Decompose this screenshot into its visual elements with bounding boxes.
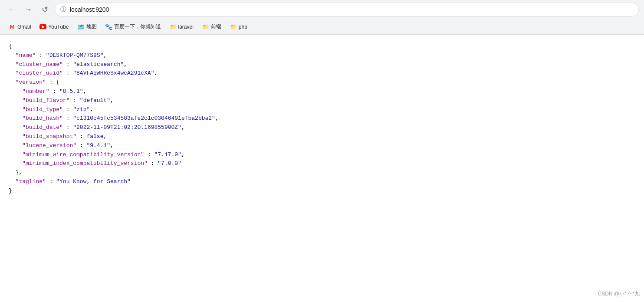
json-name: "name" : "DESKTOP-QM77S9S", [9,51,635,60]
json-build-snapshot: "build_snapshot" : false, [9,132,635,141]
address-text: localhost:9200 [70,6,633,13]
json-close-brace: } [9,187,635,196]
json-build-hash: "build_hash" : "c1310c45fc534583afe2c1c0… [9,114,635,123]
page-content: { "name" : "DESKTOP-QM77S9S", "cluster_n… [0,35,644,295]
youtube-icon [39,23,46,30]
bookmark-frontend-label: 前端 [211,23,221,30]
json-cluster-name: "cluster_name" : "elasticsearch", [9,60,635,69]
bookmark-laravel[interactable]: 📁 laravel [166,22,197,32]
json-tagline: "tagline" : "You Know, for Search" [9,177,635,187]
bookmark-maps[interactable]: 🗺️ 地图 [74,21,100,32]
baidu-icon: 🐾 [105,23,112,30]
bookmarks-bar: M Gmail YouTube 🗺️ 地图 🐾 百度一下，你就知道 📁 [0,19,644,35]
browser-chrome: ← → ↺ ⓘ localhost:9200 M Gmail YouTube [0,0,644,35]
json-number: "number" : "8.5.1", [9,87,635,96]
json-build-flavor: "build_flavor" : "default", [9,96,635,105]
json-open-brace: { [9,42,635,51]
back-button[interactable]: ← [5,3,18,16]
json-build-type: "build_type" : "zip", [9,105,635,115]
maps-icon: 🗺️ [78,23,85,30]
json-min-wire: "minimum_wire_compatibility_version" : "… [9,151,635,160]
nav-bar: ← → ↺ ⓘ localhost:9200 [0,0,644,19]
bookmark-laravel-label: laravel [178,24,194,30]
address-bar[interactable]: ⓘ localhost:9200 [55,3,639,16]
bookmark-baidu-label: 百度一下，你就知道 [114,23,161,30]
bookmark-frontend[interactable]: 📁 前端 [199,21,225,32]
json-min-index: "minimum_index_compatibility_version" : … [9,159,635,168]
json-version-close: }, [9,168,635,177]
php-folder-icon: 📁 [230,23,237,30]
json-version-open: "version" : { [9,78,635,87]
frontend-folder-icon: 📁 [202,23,209,30]
bookmark-maps-label: 地图 [86,23,97,30]
reload-button[interactable]: ↺ [38,3,51,16]
gmail-icon: M [9,23,16,30]
json-build-date: "build_date" : "2022-11-09T21:02:20.1698… [9,123,635,132]
bookmark-gmail[interactable]: M Gmail [5,22,34,32]
bookmark-youtube-label: YouTube [48,24,69,30]
bookmark-baidu[interactable]: 🐾 百度一下，你就知道 [102,21,164,32]
json-lucene-version: "lucene_version" : "9.4.1", [9,141,635,151]
watermark: CSDN @小*-^-*九 [598,290,640,295]
json-cluster-uuid: "cluster_uuid" : "8AVFAqWHReSx4wcA291cXA… [9,69,635,78]
bookmark-php[interactable]: 📁 php [227,22,251,32]
info-icon: ⓘ [60,6,66,13]
laravel-folder-icon: 📁 [170,23,177,30]
bookmark-youtube[interactable]: YouTube [36,22,72,32]
forward-button[interactable]: → [22,3,35,16]
bookmark-php-label: php [239,24,247,30]
bookmark-gmail-label: Gmail [17,24,31,30]
